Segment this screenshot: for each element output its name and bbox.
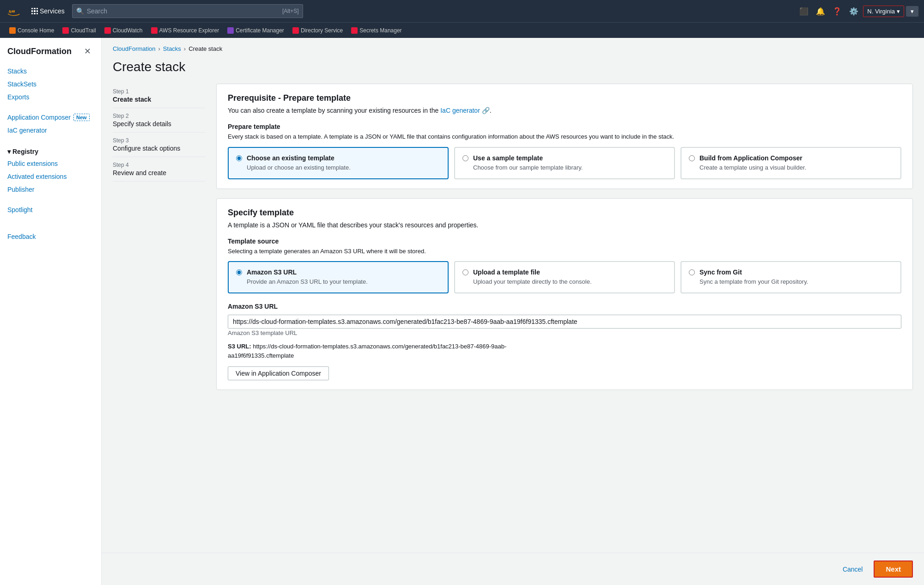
page-title: Create stack bbox=[113, 60, 913, 74]
cloudwatch-icon bbox=[104, 27, 111, 34]
search-shortcut: [Alt+S] bbox=[282, 8, 299, 14]
s3-url-value: https://ds-cloud-formation-templates.s3.… bbox=[228, 343, 506, 359]
bookmarks-bar: Console Home CloudTrail CloudWatch AWS R… bbox=[0, 22, 924, 38]
sidebar-registry-header: ▾ Registry bbox=[0, 144, 101, 157]
breadcrumb-stacks[interactable]: Stacks bbox=[163, 45, 181, 52]
prerequisite-desc-text: You can also create a template by scanni… bbox=[228, 107, 438, 114]
option-app-composer-desc: Create a template using a visual builder… bbox=[699, 164, 806, 172]
grid-icon bbox=[31, 8, 38, 14]
radio-sync-git[interactable] bbox=[689, 269, 695, 275]
option-upload-desc: Upload your template directly to the con… bbox=[473, 278, 592, 286]
bookmark-resource-explorer[interactable]: AWS Resource Explorer bbox=[147, 25, 223, 36]
two-column-layout: Step 1 Create stack Step 2 Specify stack… bbox=[113, 84, 913, 399]
sidebar-close-button[interactable]: ✕ bbox=[81, 45, 94, 57]
option-app-composer-title: Build from Application Composer bbox=[699, 154, 806, 162]
search-input[interactable] bbox=[87, 7, 282, 15]
next-button[interactable]: Next bbox=[874, 561, 913, 578]
sidebar-item-exports[interactable]: Exports bbox=[0, 91, 101, 104]
s3-url-section: Amazon S3 URL Amazon S3 template URL bbox=[228, 303, 901, 336]
console-home-icon bbox=[9, 27, 16, 34]
content-area: Create stack Step 1 Create stack Step 2 … bbox=[102, 52, 924, 410]
specify-template-desc: A template is a JSON or YAML file that d… bbox=[228, 220, 901, 230]
search-box[interactable]: 🔍 [Alt+S] bbox=[72, 4, 303, 18]
radio-app-composer[interactable] bbox=[689, 155, 695, 161]
radio-amazon-s3[interactable] bbox=[236, 269, 242, 275]
sidebar-item-stacks[interactable]: Stacks bbox=[0, 65, 101, 78]
nav-right: ⬛ 🔔 ❓ ⚙️ N. Virginia ▾ ▾ bbox=[796, 4, 918, 18]
region-label: N. Virginia bbox=[867, 8, 895, 15]
option-upload-file[interactable]: Upload a template file Upload your templ… bbox=[454, 261, 675, 293]
iac-generator-link[interactable]: IaC generator bbox=[440, 107, 482, 114]
option-sample-template[interactable]: Use a sample template Choose from our sa… bbox=[454, 147, 675, 179]
step-2-name: Specify stack details bbox=[113, 120, 205, 128]
option-sample-content: Use a sample template Choose from our sa… bbox=[473, 154, 583, 172]
chevron-down-icon: ▾ bbox=[897, 8, 900, 15]
specify-template-card: Specify template A template is a JSON or… bbox=[216, 198, 913, 390]
step-4-name: Review and create bbox=[113, 169, 205, 177]
step-1-label: Step 1 bbox=[113, 88, 205, 95]
step-3-name: Configure stack options bbox=[113, 145, 205, 152]
sidebar-item-iac-generator[interactable]: IaC generator bbox=[0, 124, 101, 137]
aws-logo bbox=[6, 6, 22, 17]
s3-url-prefix: S3 URL: bbox=[228, 343, 253, 350]
option-amazon-s3[interactable]: Amazon S3 URL Provide an Amazon S3 URL t… bbox=[228, 261, 449, 293]
breadcrumb-cloudformation[interactable]: CloudFormation bbox=[113, 45, 156, 52]
sidebar-item-activated-extensions[interactable]: Activated extensions bbox=[0, 170, 101, 183]
cancel-button[interactable]: Cancel bbox=[837, 562, 869, 577]
bookmark-certificate-manager[interactable]: Certificate Manager bbox=[224, 25, 288, 36]
settings-icon[interactable]: ⚙️ bbox=[846, 4, 861, 18]
prerequisite-card: Prerequisite - Prepare template You can … bbox=[216, 84, 913, 189]
radio-choose-existing[interactable] bbox=[236, 155, 242, 161]
sidebar: CloudFormation ✕ Stacks StackSets Export… bbox=[0, 38, 102, 585]
sidebar-feedback[interactable]: Feedback bbox=[0, 224, 101, 244]
option-app-composer[interactable]: Build from Application Composer Create a… bbox=[681, 147, 901, 179]
bookmark-console-home[interactable]: Console Home bbox=[6, 25, 58, 36]
bookmark-cloudtrail[interactable]: CloudTrail bbox=[59, 25, 99, 36]
resource-explorer-icon bbox=[151, 27, 158, 34]
option-amazon-s3-content: Amazon S3 URL Provide an Amazon S3 URL t… bbox=[247, 268, 368, 286]
sidebar-item-public-extensions[interactable]: Public extensions bbox=[0, 157, 101, 170]
option-upload-content: Upload a template file Upload your templ… bbox=[473, 268, 592, 286]
sidebar-item-application-composer[interactable]: Application Composer bbox=[7, 114, 71, 121]
sidebar-item-stacksets[interactable]: StackSets bbox=[0, 78, 101, 91]
breadcrumb-current: Create stack bbox=[188, 45, 222, 52]
s3-url-field-label: Amazon S3 URL bbox=[228, 303, 901, 310]
main-area: CloudFormation › Stacks › Create stack C… bbox=[102, 38, 924, 585]
region-selector[interactable]: N. Virginia ▾ bbox=[863, 6, 904, 17]
view-in-composer-button[interactable]: View in Application Composer bbox=[228, 366, 329, 380]
new-badge: New bbox=[73, 114, 90, 121]
option-sync-git[interactable]: Sync from Git Sync a template from your … bbox=[681, 261, 901, 293]
s3-url-display: S3 URL: https://ds-cloud-formation-templ… bbox=[228, 342, 901, 360]
prerequisite-card-desc: You can also create a template by scanni… bbox=[228, 106, 901, 116]
notifications-icon[interactable]: 🔔 bbox=[813, 4, 828, 18]
bookmark-secrets-manager[interactable]: Secrets Manager bbox=[347, 25, 405, 36]
bookmark-cloudwatch[interactable]: CloudWatch bbox=[101, 25, 146, 36]
help-icon[interactable]: ❓ bbox=[830, 4, 845, 18]
step-1: Step 1 Create stack bbox=[113, 84, 205, 108]
cards-area: Prerequisite - Prepare template You can … bbox=[216, 84, 913, 399]
radio-upload-file[interactable] bbox=[462, 269, 468, 275]
s3-url-input[interactable] bbox=[228, 315, 901, 329]
services-button[interactable]: Services bbox=[28, 6, 68, 17]
option-choose-existing[interactable]: Choose an existing template Upload or ch… bbox=[228, 147, 449, 179]
search-icon: 🔍 bbox=[76, 7, 84, 15]
sidebar-item-publisher[interactable]: Publisher bbox=[0, 183, 101, 196]
layout: CloudFormation ✕ Stacks StackSets Export… bbox=[0, 38, 924, 585]
sidebar-nav: Stacks StackSets Exports Application Com… bbox=[0, 61, 101, 248]
option-sample-title: Use a sample template bbox=[473, 154, 583, 162]
prerequisite-card-title: Prerequisite - Prepare template bbox=[228, 93, 901, 103]
option-choose-existing-content: Choose an existing template Upload or ch… bbox=[247, 154, 351, 172]
radio-sample-template[interactable] bbox=[462, 155, 468, 161]
step-1-name: Create stack bbox=[113, 96, 205, 103]
step-2: Step 2 Specify stack details bbox=[113, 108, 205, 133]
template-source-desc: Selecting a template generates an Amazon… bbox=[228, 247, 901, 256]
sidebar-title: CloudFormation bbox=[7, 47, 72, 56]
s3-url-sublabel: Amazon S3 template URL bbox=[228, 329, 901, 336]
bookmark-directory-service[interactable]: Directory Service bbox=[289, 25, 346, 36]
steps-column: Step 1 Create stack Step 2 Specify stack… bbox=[113, 84, 205, 399]
step-3-label: Step 3 bbox=[113, 137, 205, 144]
step-3: Step 3 Configure stack options bbox=[113, 133, 205, 157]
sidebar-item-spotlight[interactable]: Spotlight bbox=[0, 203, 101, 216]
user-menu[interactable]: ▾ bbox=[906, 6, 918, 17]
cloud-shell-icon[interactable]: ⬛ bbox=[796, 4, 811, 18]
